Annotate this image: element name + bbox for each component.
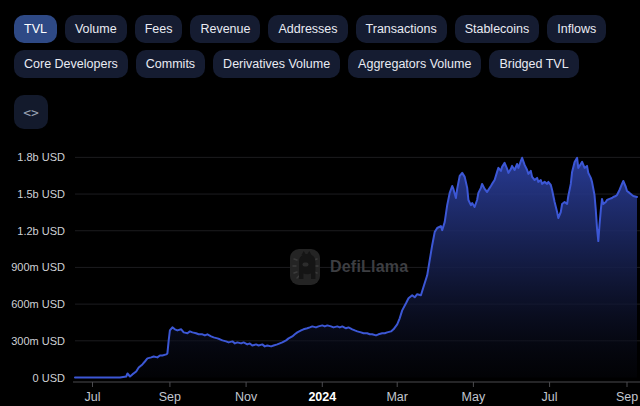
- x-tick-label: Sep: [159, 390, 181, 404]
- metric-tabs-row-2: Core DevelopersCommitsDerivatives Volume…: [14, 50, 640, 78]
- tab-bridged-tvl[interactable]: Bridged TVL: [489, 50, 578, 78]
- tvl-area-chart[interactable]: 1.8b USD1.5b USD1.2b USD900m USD600m USD…: [0, 140, 640, 406]
- tab-transactions[interactable]: Transactions: [356, 15, 447, 43]
- y-axis-label: 0 USD: [33, 372, 65, 384]
- embed-code-button[interactable]: <>: [14, 95, 48, 129]
- x-tick-label: May: [462, 390, 486, 404]
- x-tick-label: Mar: [386, 390, 408, 404]
- y-axis-label: 1.2b USD: [17, 225, 65, 237]
- x-tick-label: Jul: [84, 390, 100, 404]
- x-tick-label: 2024: [308, 390, 336, 404]
- tab-revenue[interactable]: Revenue: [190, 15, 260, 43]
- tab-stablecoins[interactable]: Stablecoins: [455, 15, 540, 43]
- y-axis-label: 1.8b USD: [17, 151, 65, 163]
- tab-fees[interactable]: Fees: [135, 15, 183, 43]
- tab-volume[interactable]: Volume: [65, 15, 127, 43]
- tab-addresses[interactable]: Addresses: [268, 15, 347, 43]
- tab-derivatives-volume[interactable]: Derivatives Volume: [213, 50, 340, 78]
- y-axis-label: 300m USD: [11, 335, 65, 347]
- x-tick-label: Sep: [616, 390, 638, 404]
- metric-tabs-row-1: TVLVolumeFeesRevenueAddressesTransaction…: [14, 15, 640, 43]
- tab-tvl[interactable]: TVL: [14, 15, 57, 43]
- x-tick-label: Nov: [235, 390, 258, 404]
- y-axis-label: 1.5b USD: [17, 188, 65, 200]
- tab-inflows[interactable]: Inflows: [547, 15, 606, 43]
- x-tick-label: Jul: [542, 390, 558, 404]
- y-axis-label: 600m USD: [11, 298, 65, 310]
- tab-commits[interactable]: Commits: [136, 50, 205, 78]
- tab-aggregators-volume[interactable]: Aggregators Volume: [348, 50, 481, 78]
- code-icon: <>: [23, 105, 39, 120]
- y-axis-label: 900m USD: [11, 261, 65, 273]
- tab-core-developers[interactable]: Core Developers: [14, 50, 128, 78]
- defillama-chain-dashboard: { "page": {"background": "#000000"}, "ta…: [0, 0, 640, 406]
